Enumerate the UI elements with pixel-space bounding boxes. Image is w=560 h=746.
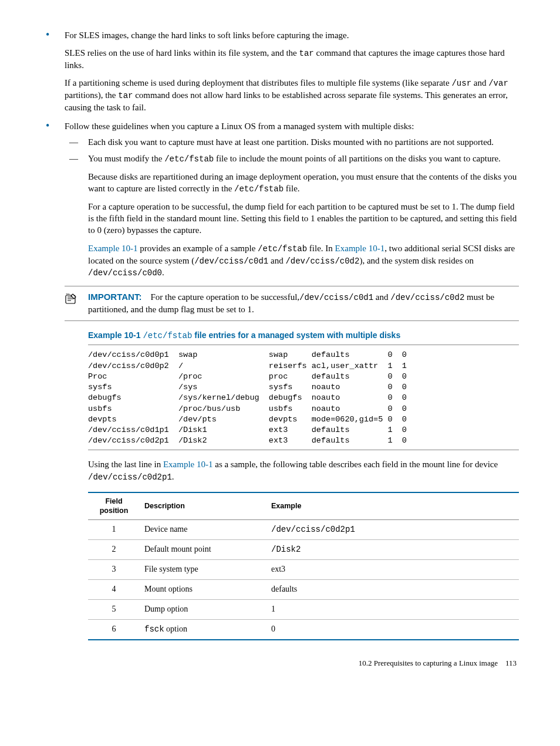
field-table: Field position Description Example 1 Dev… (88, 492, 519, 640)
code-etc-fstab: /etc/fstab (164, 154, 214, 164)
table-body: 1 Device name /dev/cciss/c0d2p1 2 Defaul… (88, 520, 519, 640)
bullet-sles-intro: For SLES images, change the hard links t… (65, 31, 349, 40)
example-title: Example 10-1 /etc/fstab file entries for… (88, 329, 519, 342)
after-example-paragraph: Using the last line in Example 10-1 as a… (88, 458, 519, 482)
bullet-sles-p1: SLES relies on the use of hard links wit… (65, 47, 519, 71)
table-row: 1 Device name /dev/cciss/c0d2p1 (88, 520, 519, 540)
th-description: Description (140, 492, 266, 520)
important-label: IMPORTANT: (88, 292, 141, 302)
example-rule-top (88, 345, 519, 345)
code-tar-2: tar (118, 91, 133, 100)
table-header-row: Field position Description Example (88, 492, 519, 520)
code-etc-fstab-2: /etc/fstab (234, 184, 284, 194)
example-block: Example 10-1 /etc/fstab file entries for… (88, 329, 519, 640)
code-tar: tar (299, 49, 314, 58)
bullet-multi-disk: Follow these guidelines when you capture… (41, 120, 519, 279)
code-etc-fstab-3: /etc/fstab (258, 244, 307, 254)
code-dev-c0d2: /dev/cciss/c0d2 (285, 256, 359, 266)
fstab-listing: /dev/cciss/c0d0p1 swap swap defaults 0 0… (88, 350, 519, 446)
th-example: Example (266, 492, 519, 520)
important-block: IMPORTANT: For the capture operation to … (65, 286, 519, 320)
table-row: 5 Dump option 1 (88, 599, 519, 619)
code-usr: /usr (451, 79, 471, 88)
table-row: 3 File system type ext3 (88, 560, 519, 580)
dash-list: Each disk you want to capture must have … (65, 136, 519, 279)
dash-item-1: Each disk you want to capture must have … (65, 136, 519, 148)
top-bullet-list: For SLES images, change the hard links t… (41, 29, 519, 279)
link-example-10-1-c[interactable]: Example 10-1 (163, 460, 213, 469)
link-example-10-1-b[interactable]: Example 10-1 (335, 244, 385, 253)
bullet-sles-p2: If a partitioning scheme is used during … (65, 77, 519, 113)
example-title-path: /etc/fstab (143, 331, 192, 340)
dash2-p3: Example 10-1 provides an example of a sa… (88, 242, 519, 279)
code-dev-c0d0: /dev/cciss/c0d0 (88, 268, 162, 278)
code-var: /var (488, 79, 508, 88)
footer-page-number: 113 (505, 659, 517, 667)
example-rule-bottom (88, 450, 519, 450)
table-row: 4 Mount options defaults (88, 579, 519, 599)
code-dev-c0d1-b: /dev/cciss/c0d1 (299, 293, 373, 302)
footer-section: 10.2 Prerequisites to capturing a Linux … (359, 659, 498, 667)
important-icon (63, 292, 79, 309)
important-text: IMPORTANT: For the capture operation to … (88, 291, 519, 315)
bullet-multi-intro: Follow these guidelines when you capture… (65, 121, 414, 131)
dash-item-2: You must modify the /etc/fstab file to i… (65, 153, 519, 279)
link-example-10-1-a[interactable]: Example 10-1 (88, 244, 138, 253)
code-dev-c0d2-b: /dev/cciss/c0d2 (390, 293, 464, 302)
dash2-p1: Because disks are repartitioned during a… (88, 171, 519, 195)
dash2-p2: For a capture operation to be successful… (88, 201, 519, 237)
code-dev-c0d2p1: /dev/cciss/c0d2p1 (88, 472, 172, 482)
bullet-sles: For SLES images, change the hard links t… (41, 29, 519, 113)
th-field-position: Field position (88, 492, 140, 520)
page-footer: 10.2 Prerequisites to capturing a Linux … (41, 658, 517, 669)
code-dev-c0d1: /dev/cciss/c0d1 (194, 256, 268, 266)
table-row: 2 Default mount point /Disk2 (88, 540, 519, 560)
table-row: 6 fsck option 0 (88, 619, 519, 639)
